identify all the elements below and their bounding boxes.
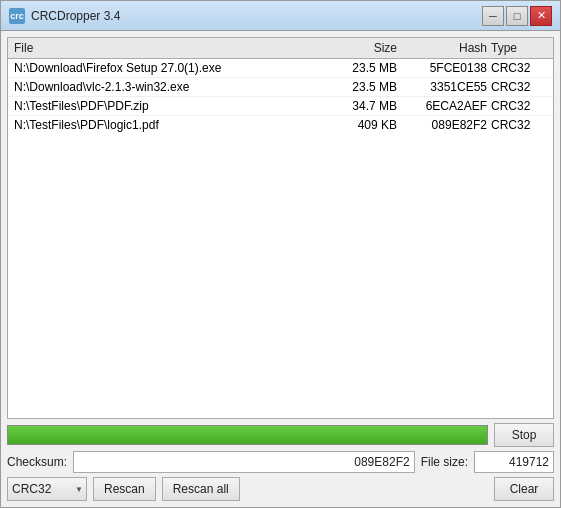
maximize-button[interactable]: □ [506, 6, 528, 26]
table-row[interactable]: N:\TestFiles\PDF\PDF.zip 34.7 MB 6ECA2AE… [8, 97, 553, 116]
cell-size: 409 KB [319, 117, 399, 133]
window-title: CRCDropper 3.4 [31, 9, 120, 23]
cell-size: 23.5 MB [319, 79, 399, 95]
table-row[interactable]: N:\TestFiles\PDF\logic1.pdf 409 KB 089E8… [8, 116, 553, 134]
checksum-label: Checksum: [7, 455, 67, 469]
cell-size: 34.7 MB [319, 98, 399, 114]
cell-hash: 3351CE55 [399, 79, 489, 95]
file-table: File Size Hash Type N:\Download\Firefox … [7, 37, 554, 419]
title-bar: crc CRCDropper 3.4 ─ □ ✕ [1, 1, 560, 31]
cell-file: N:\Download\Firefox Setup 27.0(1).exe [12, 60, 319, 76]
filesize-group: File size: [421, 451, 554, 473]
hash-type-dropdown[interactable]: CRC32MD2MD4MD5SHA1SHA256SHA384SHA512CRC1… [7, 477, 87, 501]
cell-hash: 6ECA2AEF [399, 98, 489, 114]
filesize-input[interactable] [474, 451, 554, 473]
cell-type: CRC32 [489, 117, 549, 133]
app-icon: crc [9, 8, 25, 24]
cell-hash: 089E82F2 [399, 117, 489, 133]
table-header: File Size Hash Type [8, 38, 553, 59]
filesize-label: File size: [421, 455, 468, 469]
header-type: Type [489, 40, 549, 56]
app-icon-text: crc [10, 11, 24, 21]
cell-size: 23.5 MB [319, 60, 399, 76]
rescan-button[interactable]: Rescan [93, 477, 156, 501]
clear-button[interactable]: Clear [494, 477, 554, 501]
table-row[interactable]: N:\Download\vlc-2.1.3-win32.exe 23.5 MB … [8, 78, 553, 97]
minimize-button[interactable]: ─ [482, 6, 504, 26]
cell-type: CRC32 [489, 79, 549, 95]
main-window: crc CRCDropper 3.4 ─ □ ✕ File Size Hash … [0, 0, 561, 508]
cell-file: N:\Download\vlc-2.1.3-win32.exe [12, 79, 319, 95]
dropdown-container: CRC32MD2MD4MD5SHA1SHA256SHA384SHA512CRC1… [7, 477, 87, 501]
progress-bar-fill [8, 426, 487, 444]
cell-type: CRC32 [489, 98, 549, 114]
title-bar-left: crc CRCDropper 3.4 [9, 8, 120, 24]
cell-file: N:\TestFiles\PDF\PDF.zip [12, 98, 319, 114]
close-button[interactable]: ✕ [530, 6, 552, 26]
title-buttons: ─ □ ✕ [482, 6, 552, 26]
table-row[interactable]: N:\Download\Firefox Setup 27.0(1).exe 23… [8, 59, 553, 78]
progress-row: Stop [7, 423, 554, 447]
cell-type: CRC32 [489, 60, 549, 76]
action-row: CRC32MD2MD4MD5SHA1SHA256SHA384SHA512CRC1… [7, 477, 554, 501]
progress-bar-container [7, 425, 488, 445]
checksum-row: Checksum: File size: [7, 451, 554, 473]
cell-file: N:\TestFiles\PDF\logic1.pdf [12, 117, 319, 133]
stop-button[interactable]: Stop [494, 423, 554, 447]
header-file: File [12, 40, 319, 56]
checksum-input[interactable] [73, 451, 415, 473]
table-body: N:\Download\Firefox Setup 27.0(1).exe 23… [8, 59, 553, 134]
header-size: Size [319, 40, 399, 56]
header-hash: Hash [399, 40, 489, 56]
content-area: File Size Hash Type N:\Download\Firefox … [1, 31, 560, 507]
checksum-group: Checksum: [7, 451, 415, 473]
rescan-all-button[interactable]: Rescan all [162, 477, 240, 501]
cell-hash: 5FCE0138 [399, 60, 489, 76]
